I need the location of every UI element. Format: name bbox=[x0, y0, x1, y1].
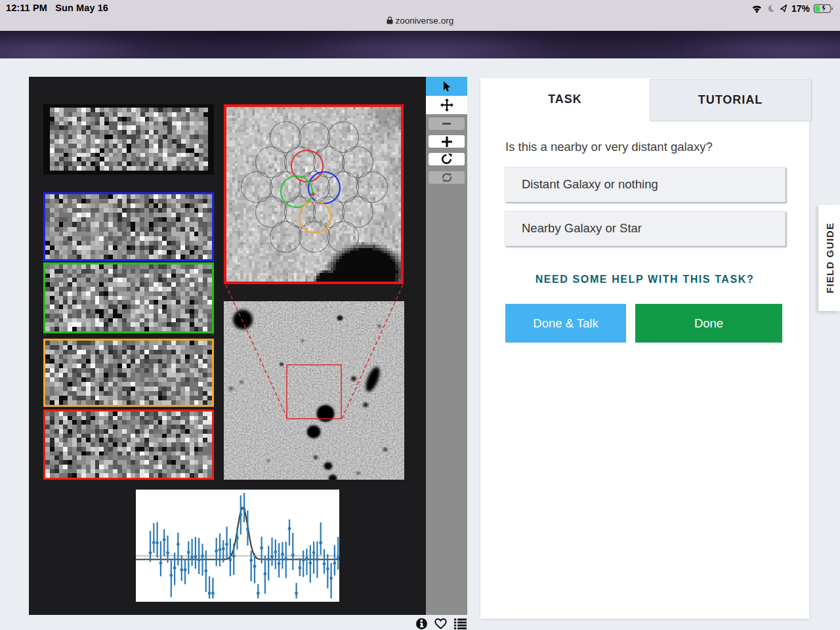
svg-text:17%: 17% bbox=[791, 3, 810, 14]
